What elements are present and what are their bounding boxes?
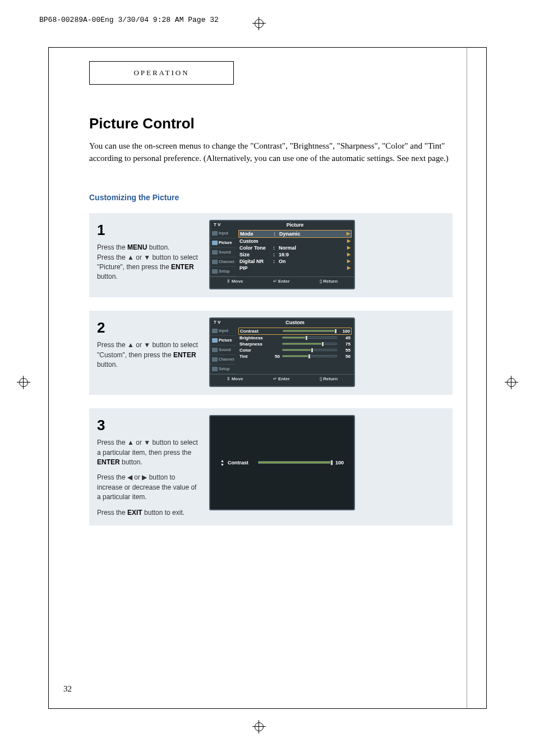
label: Digital NR — [239, 259, 271, 264]
value: 45 — [339, 335, 350, 340]
osd-title: Custom — [238, 320, 352, 325]
osd-title: Picture — [238, 222, 352, 228]
picture-icon — [212, 338, 218, 343]
label: Brightness — [239, 335, 269, 340]
label: Mode — [240, 231, 271, 237]
subheading: Customizing the Picture — [89, 193, 453, 202]
step-2-line1: Press the ▲ or ▼ button to select "Custo… — [97, 340, 198, 370]
value: Dynamic — [279, 231, 344, 237]
step-1-line2: Press the ▲ or ▼ button to select "Pictu… — [97, 253, 198, 282]
print-header: BP68-00289A-00Eng 3/30/04 9:28 AM Page 3… — [39, 16, 219, 24]
margin-guide — [467, 48, 467, 708]
intro-paragraph: You can use the on-screen menus to chang… — [89, 140, 453, 165]
label: Setup — [219, 269, 229, 273]
contrast-bar: ▲▼ Contrast 100 — [220, 459, 344, 467]
slider-track — [283, 330, 336, 332]
value: 55 — [339, 348, 350, 353]
setup-icon — [212, 269, 218, 274]
crop-mark-bottom — [252, 720, 266, 734]
label: Setup — [219, 367, 229, 371]
channel-icon — [212, 260, 218, 264]
osd-footer-enter: ↵Enter — [273, 279, 289, 284]
value: 50 — [339, 354, 350, 359]
osd-side-picture: Picture — [210, 336, 236, 345]
text: button. — [97, 273, 118, 280]
text: Press the — [97, 509, 127, 517]
osd-tv-label: T V — [213, 222, 238, 228]
slider-thumb — [321, 342, 324, 347]
label: Picture — [219, 338, 232, 342]
enter-button-ref: ENTER — [173, 351, 196, 359]
value: Normal — [279, 245, 345, 251]
label: Contrast — [240, 329, 269, 334]
channel-icon — [212, 357, 218, 362]
step-3: 3 Press the ▲ or ▼ button to select a pa… — [89, 408, 453, 525]
osd-footer-move: ⇕Move — [227, 279, 243, 284]
text: Press the — [97, 243, 127, 251]
step-3-line1: Press the ▲ or ▼ button to select a part… — [97, 438, 198, 467]
crop-mark-top — [252, 17, 266, 30]
value: 100 — [339, 329, 350, 334]
mid-value: 50 — [271, 354, 280, 359]
input-icon — [212, 231, 218, 236]
osd-row-custom: Custom▶ — [238, 238, 352, 245]
osd-side-input: Input — [210, 326, 236, 336]
value: 75 — [339, 342, 350, 347]
slider-thumb — [305, 335, 308, 340]
slider-track — [282, 336, 337, 339]
osd-row-pip: PIP▶ — [238, 265, 352, 271]
step-2: 2 Press the ▲ or ▼ button to select "Cus… — [89, 311, 453, 395]
label: Input — [219, 329, 228, 333]
osd-footer: ⇕Move ↵Enter ▯Return — [210, 276, 354, 285]
slider-thumb — [308, 354, 311, 359]
osd-row-colortone: Color Tone:Normal▶ — [238, 245, 352, 251]
value: 16:9 — [279, 252, 345, 257]
label: Sharpness — [239, 342, 269, 347]
label: Sound — [219, 348, 231, 352]
menu-button-ref: MENU — [127, 243, 147, 251]
text: button to exit. — [142, 509, 185, 517]
label: Size — [239, 252, 271, 257]
setup-icon — [212, 367, 218, 371]
osd-side-input: Input — [210, 229, 236, 238]
step-1-number: 1 — [97, 220, 198, 241]
slider-color: Color55 — [238, 347, 352, 353]
label: Custom — [239, 238, 271, 244]
label: Tint — [239, 354, 269, 359]
text: button. — [97, 361, 118, 368]
content-area: Picture Control You can use the on-scree… — [89, 115, 453, 539]
arrow-right-icon: ▶ — [347, 231, 350, 236]
value: On — [279, 259, 345, 264]
slider-thumb — [330, 460, 333, 465]
arrow-right-icon: ▶ — [347, 252, 350, 257]
osd-main-list: Mode:Dynamic▶ Custom▶ Color Tone:Normal▶… — [236, 229, 354, 276]
step-1-line1: Press the MENU button. — [97, 243, 198, 252]
arrow-right-icon: ▶ — [347, 259, 350, 264]
osd-tv-label: T V — [213, 320, 238, 325]
step-3-number: 3 — [97, 415, 198, 436]
page-title: Picture Control — [89, 115, 453, 132]
label: Input — [219, 231, 228, 235]
osd-side-setup: Setup — [210, 267, 236, 276]
osd-row-size: Size:16:9▶ — [238, 251, 352, 258]
arrow-right-icon: ▶ — [347, 265, 350, 270]
exit-button-ref: EXIT — [127, 509, 142, 517]
arrow-right-icon: ▶ — [347, 238, 350, 243]
slider-track — [282, 349, 337, 351]
slider-thumb — [334, 329, 337, 334]
osd-picture-menu: T V Picture Input Picture Sound Channel … — [209, 220, 355, 289]
arrow-right-icon: ▶ — [347, 245, 350, 250]
slider-thumb — [311, 348, 313, 353]
step-2-number: 2 — [97, 317, 198, 339]
step-3-line2: Press the ◀ or ▶ button to increase or d… — [97, 473, 198, 502]
label: Channel — [219, 357, 234, 361]
label: Sound — [219, 250, 231, 254]
sound-icon — [212, 348, 218, 352]
step-1: 1 Press the MENU button. Press the ▲ or … — [89, 213, 453, 297]
contrast-value: 100 — [335, 460, 344, 465]
osd-side-picture: Picture — [210, 238, 236, 248]
picture-icon — [212, 241, 218, 245]
osd-sidebar: Input Picture Sound Channel Setup — [210, 326, 236, 374]
label: PIP — [239, 265, 271, 271]
osd-side-sound: Sound — [210, 248, 236, 257]
